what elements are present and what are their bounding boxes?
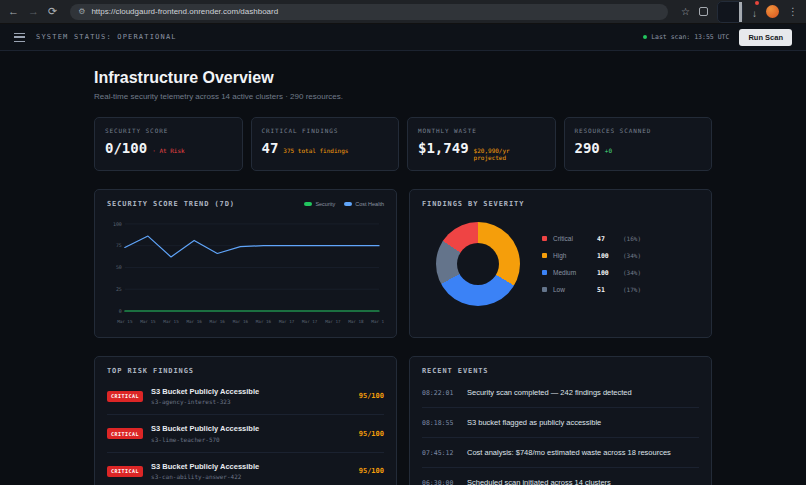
bookmark-star-icon[interactable]: ☆ [681, 7, 690, 17]
last-scan-label: Last scan: 13:55 UTC [651, 33, 729, 41]
severity-value: 47 [597, 235, 617, 243]
severity-label: Medium [553, 269, 591, 276]
svg-text:Mar 16: Mar 16 [256, 319, 272, 324]
finding-resource: s3-agency-interest-323 [151, 398, 259, 405]
severity-value: 100 [597, 252, 617, 260]
forward-icon[interactable]: → [28, 6, 39, 17]
event-row: 08:18:55 S3 bucket flagged as publicly a… [422, 408, 699, 438]
finding-title: S3 Bucket Publicly Accessible [151, 462, 259, 471]
stat-sub: · At Risk [152, 147, 185, 154]
severity-legend-row: Medium 100 (34%) [542, 269, 641, 277]
event-text: Cost analysis: $748/mo estimated waste a… [467, 448, 671, 457]
url-text: https://cloudgaurd-frontend.onrender.com… [91, 7, 278, 16]
downloads-icon[interactable]: ↓ [752, 3, 757, 21]
severity-label: Critical [553, 235, 591, 242]
event-text: Security scan completed — 242 findings d… [467, 388, 632, 397]
risk-score: 95/100 [359, 467, 384, 475]
trend-chart: 0255075100Mar 15Mar 15Mar 15Mar 16Mar 16… [107, 216, 384, 327]
severity-pct: (34%) [623, 252, 641, 259]
stat-card-monthly-waste: MONTHLY WASTE $1,749 $20,990/yr projecte… [407, 117, 556, 171]
profile-avatar[interactable] [766, 5, 779, 18]
svg-text:Mar 17: Mar 17 [325, 319, 341, 324]
browser-toolbar: ← → ⟳ ⚙ https://cloudgaurd-frontend.onre… [0, 0, 806, 24]
security-trend-panel: SECURITY SCORE TREND (7D) Security Cost … [94, 189, 397, 338]
stat-sub: 375 total findings [283, 147, 348, 154]
stat-label: MONTHLY WASTE [418, 127, 545, 134]
recent-events-panel: RECENT EVENTS 08:22:01 Security scan com… [409, 356, 712, 485]
severity-swatch-icon [542, 236, 547, 241]
event-text: S3 bucket flagged as publicly accessible [467, 418, 601, 427]
svg-text:Mar 15: Mar 15 [140, 319, 156, 324]
svg-text:Mar 18: Mar 18 [371, 319, 384, 324]
dashboard-content: Infrastructure Overview Real-time securi… [94, 51, 712, 485]
event-time: 08:22:01 [422, 388, 456, 397]
stat-card-critical-findings: CRITICAL FINDINGS 47 375 total findings [251, 117, 400, 171]
status-dot-icon [643, 35, 647, 39]
svg-text:Mar 15: Mar 15 [163, 319, 179, 324]
event-text: Scheduled scan initiated across 14 clust… [467, 478, 611, 485]
svg-text:Mar 15: Mar 15 [117, 319, 133, 324]
finding-title: S3 Bucket Publicly Accessible [151, 424, 259, 433]
run-scan-button[interactable]: Run Scan [739, 29, 792, 46]
svg-text:25: 25 [116, 286, 122, 292]
legend-label: Security [315, 201, 335, 207]
stat-card-security-score: SECURITY SCORE 0/100 · At Risk [94, 117, 243, 171]
address-bar[interactable]: ⚙ https://cloudgaurd-frontend.onrender.c… [70, 4, 668, 20]
severity-badge: CRITICAL [107, 466, 143, 477]
svg-text:Mar 17: Mar 17 [302, 319, 318, 324]
page-subtitle: Real-time security telemetry across 14 a… [94, 92, 712, 101]
severity-label: Low [553, 286, 591, 293]
svg-text:Mar 16: Mar 16 [233, 319, 249, 324]
svg-text:0: 0 [119, 308, 122, 314]
risk-finding-row[interactable]: CRITICAL S3 Bucket Publicly Accessible s… [107, 453, 384, 485]
severity-value: 51 [597, 286, 617, 294]
extensions-icon[interactable] [699, 7, 708, 16]
event-time: 07:45:12 [422, 448, 456, 457]
stat-label: RESOURCES SCANNED [575, 127, 702, 134]
finding-resource: s3-lime-teacher-570 [151, 436, 259, 443]
legend-item-security: Security [304, 201, 335, 207]
severity-swatch-icon [542, 287, 547, 292]
risk-finding-row[interactable]: CRITICAL S3 Bucket Publicly Accessible s… [107, 415, 384, 453]
svg-text:Mar 18: Mar 18 [348, 319, 364, 324]
charts-row: SECURITY SCORE TREND (7D) Security Cost … [94, 189, 712, 338]
browser-menu-icon[interactable]: ⋮ [788, 7, 798, 17]
legend-item-cost-health: Cost Health [344, 201, 384, 207]
severity-legend-row: Low 51 (17%) [542, 286, 641, 294]
legend-dot-icon [344, 202, 352, 206]
hamburger-menu-icon[interactable] [14, 33, 25, 42]
severity-legend-row: High 100 (34%) [542, 252, 641, 260]
severity-pct: (34%) [623, 269, 641, 276]
stat-card-resources-scanned: RESOURCES SCANNED 290 +0 [564, 117, 713, 171]
stat-sub: $20,990/yr projected [474, 147, 545, 161]
stat-label: SECURITY SCORE [105, 127, 232, 134]
legend-dot-icon [304, 202, 312, 206]
site-info-icon[interactable]: ⚙ [78, 7, 85, 16]
panel-title: SECURITY SCORE TREND (7D) [107, 200, 235, 208]
stat-value: $1,749 [418, 140, 469, 156]
severity-label: High [553, 252, 591, 259]
severity-legend-row: Critical 47 (16%) [542, 235, 641, 243]
reload-icon[interactable]: ⟳ [48, 6, 57, 17]
notification-dot [755, 1, 759, 5]
svg-text:75: 75 [116, 242, 122, 248]
risk-finding-row[interactable]: CRITICAL S3 Bucket Publicly Accessible s… [107, 378, 384, 416]
svg-text:50: 50 [116, 264, 122, 270]
back-icon[interactable]: ← [8, 6, 19, 17]
trend-legend: Security Cost Health [304, 201, 384, 207]
severity-badge: CRITICAL [107, 391, 143, 402]
severity-swatch-icon [542, 270, 547, 275]
event-time: 08:18:55 [422, 418, 456, 427]
risk-score: 95/100 [359, 392, 384, 400]
stat-sub: +0 [605, 147, 612, 154]
svg-text:Mar 16: Mar 16 [186, 319, 202, 324]
side-panel-icon[interactable] [717, 1, 743, 23]
event-time: 06:30:00 [422, 478, 456, 485]
stat-value: 0/100 [105, 140, 147, 156]
severity-donut [436, 222, 520, 306]
event-row: 08:22:01 Security scan completed — 242 f… [422, 378, 699, 408]
finding-title: S3 Bucket Publicly Accessible [151, 387, 259, 396]
panel-title: TOP RISK FINDINGS [107, 367, 194, 375]
bottom-lists-row: TOP RISK FINDINGS CRITICAL S3 Bucket Pub… [94, 356, 712, 485]
top-risk-panel: TOP RISK FINDINGS CRITICAL S3 Bucket Pub… [94, 356, 397, 485]
